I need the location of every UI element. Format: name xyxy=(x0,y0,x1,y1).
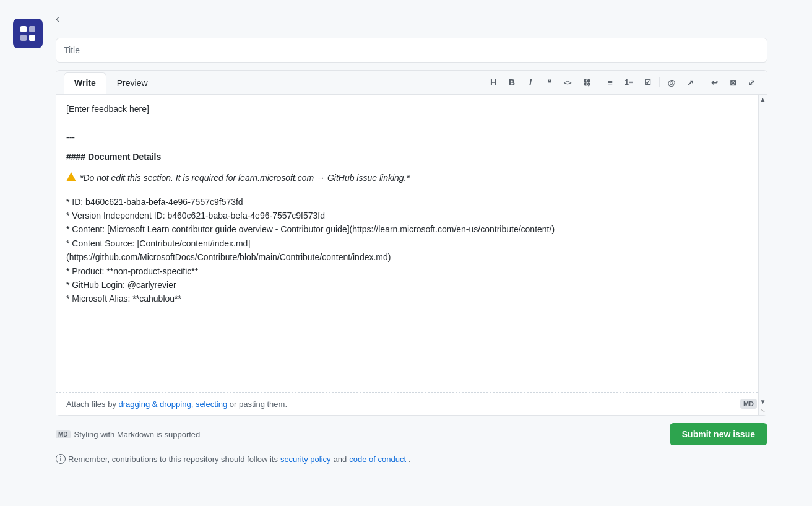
code-icon[interactable]: <> xyxy=(559,74,576,90)
editor-container: Write Preview H B I ❝ <> ⛓ ≡ 1≡ ☑ @ ↗ xyxy=(56,70,767,416)
document-details-fields: * ID: b460c621-baba-befa-4e96-7557c9f573… xyxy=(66,195,757,306)
bold-icon[interactable]: B xyxy=(504,74,520,90)
toolbar-divider-3 xyxy=(702,77,702,87)
attach-text: Attach files by dragging & dropping, sel… xyxy=(66,399,287,409)
tab-preview[interactable]: Preview xyxy=(106,72,158,93)
title-input[interactable] xyxy=(56,38,767,63)
security-policy-link[interactable]: security policy xyxy=(280,455,331,464)
feedback-placeholder: [Enter feedback here] xyxy=(66,102,757,116)
field-github-login: * GitHub Login: @carlyrevier xyxy=(66,278,757,292)
editor-separator: --- xyxy=(66,131,757,144)
field-product: * Product: **non-product-specific** xyxy=(66,264,757,278)
fullscreen-icon[interactable]: ⤢ xyxy=(743,74,759,90)
field-content: * Content: [Microsoft Learn contributor … xyxy=(66,222,757,236)
ordered-list-icon[interactable]: 1≡ xyxy=(621,74,637,90)
toolbar-icons: H B I ❝ <> ⛓ ≡ 1≡ ☑ @ ↗ ↩ ⊠ ⤢ xyxy=(485,71,759,94)
strikethrough-icon[interactable]: ⊠ xyxy=(725,74,741,90)
scrollbar-up-button[interactable]: ▲ xyxy=(759,95,767,104)
warning-text: *Do not edit this section. It is require… xyxy=(80,171,410,185)
md-label: Styling with Markdown is supported xyxy=(74,430,201,439)
mention-icon[interactable]: @ xyxy=(663,74,680,90)
field-content-source: * Content Source: [Contribute/content/in… xyxy=(66,237,757,264)
quote-icon[interactable]: ❝ xyxy=(541,74,557,90)
info-icon: i xyxy=(56,454,66,464)
scrollbar-down-button[interactable]: ▼ xyxy=(759,397,767,406)
document-details-heading: #### Document Details xyxy=(66,150,757,164)
code-of-conduct-link[interactable]: code of conduct xyxy=(349,455,406,464)
attach-selecting-link[interactable]: selecting xyxy=(196,399,227,409)
footer-bar: MD Styling with Markdown is supported Su… xyxy=(56,416,767,445)
undo-icon[interactable]: ↩ xyxy=(706,74,722,90)
attach-area: Attach files by dragging & dropping, sel… xyxy=(56,392,767,415)
svg-rect-1 xyxy=(20,26,27,32)
unordered-list-icon[interactable]: ≡ xyxy=(602,74,618,90)
end-punctuation: . xyxy=(408,455,411,464)
svg-rect-3 xyxy=(20,35,27,41)
md-icon-small: MD xyxy=(56,430,71,438)
reference-icon[interactable]: ↗ xyxy=(682,74,698,90)
app-logo xyxy=(13,19,43,48)
svg-rect-0 xyxy=(17,22,39,45)
svg-rect-2 xyxy=(29,26,35,32)
editor-body: [Enter feedback here] --- #### Document … xyxy=(56,95,767,415)
resize-handle-icon[interactable]: ⤡ xyxy=(761,406,766,415)
field-version-id: * Version Independent ID: b460c621-baba-… xyxy=(66,209,757,222)
md-icon: MD xyxy=(743,400,754,408)
task-list-icon[interactable]: ☑ xyxy=(639,74,655,90)
link-icon[interactable]: ⛓ xyxy=(578,74,594,90)
back-arrow-icon[interactable]: ‹ xyxy=(56,12,59,25)
heading-icon[interactable]: H xyxy=(485,74,501,90)
and-text: and xyxy=(334,455,347,464)
field-microsoft-alias: * Microsoft Alias: **cahublou** xyxy=(66,292,757,305)
italic-icon[interactable]: I xyxy=(522,74,538,90)
editor-content-area[interactable]: [Enter feedback here] --- #### Document … xyxy=(56,95,767,392)
md-info: MD Styling with Markdown is supported xyxy=(56,430,200,439)
toolbar-divider-2 xyxy=(659,77,660,87)
submit-new-issue-button[interactable]: Submit new issue xyxy=(670,423,767,445)
remember-bar: i Remember, contributions to this reposi… xyxy=(56,454,767,464)
warning-triangle-icon xyxy=(66,172,76,181)
scrollbar-track: ▲ ▼ ⤡ xyxy=(758,95,767,415)
tab-write[interactable]: Write xyxy=(64,72,106,94)
toolbar-divider-1 xyxy=(598,77,598,87)
remember-text: Remember, contributions to this reposito… xyxy=(68,455,278,464)
field-id: * ID: b460c621-baba-befa-4e96-7557c9f573… xyxy=(66,195,757,209)
attach-dropping-link[interactable]: dragging & dropping xyxy=(119,399,191,409)
md-badge-attach: MD xyxy=(740,399,757,409)
tabs-toolbar: Write Preview H B I ❝ <> ⛓ ≡ 1≡ ☑ @ ↗ xyxy=(56,71,767,95)
svg-rect-4 xyxy=(29,35,35,41)
tabs: Write Preview xyxy=(64,72,158,93)
warning-row: *Do not edit this section. It is require… xyxy=(66,171,757,185)
